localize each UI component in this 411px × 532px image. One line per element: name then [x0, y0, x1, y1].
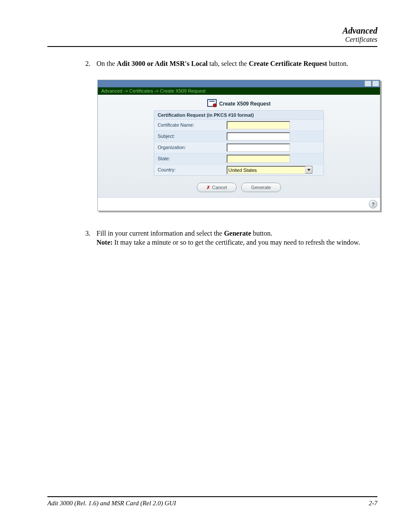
step-2-bold-2: Create Certificate Request: [249, 60, 327, 67]
row-subject: Subject:: [154, 131, 324, 142]
step-3-number: 3.: [85, 229, 90, 238]
step-3: 3. Fill in your current information and …: [85, 229, 377, 247]
step-2: 2. On the Adit 3000 or Adit MSR's Local …: [85, 59, 377, 68]
form-panel: Certification Request (in PKCS #10 forma…: [154, 110, 324, 176]
input-state[interactable]: [227, 155, 290, 163]
form-caption: Certification Request (in PKCS #10 forma…: [154, 111, 324, 120]
step-2-text-mid: tab, select the: [208, 60, 249, 67]
close-icon: ✗: [206, 185, 210, 190]
step-3-note-label: Note:: [97, 239, 112, 246]
footer-bar: ?: [98, 197, 380, 211]
help-button[interactable]: ?: [369, 200, 377, 208]
window-icon-1[interactable]: [364, 81, 371, 87]
step-2-text-pre: On the: [97, 60, 117, 67]
step-3-note-text: It may take a minute or so to get the ce…: [112, 239, 360, 246]
input-subject[interactable]: [227, 132, 290, 140]
step-2-bold-1: Adit 3000 or Adit MSR's Local: [117, 60, 208, 67]
screenshot-create-x509-request: Advanced -> Certificates -> Create X509 …: [97, 80, 380, 212]
generate-button[interactable]: Generate: [241, 183, 281, 192]
step-3-line1-pre: Fill in your current information and sel…: [97, 230, 224, 237]
footer-row: Adit 3000 (Rel. 1.6) and MSR Card (Rel 2…: [47, 500, 377, 507]
row-state: State:: [154, 153, 324, 165]
label-state: State:: [158, 156, 227, 161]
footer-doc-title: Adit 3000 (Rel. 1.6) and MSR Card (Rel 2…: [47, 500, 176, 507]
label-subject: Subject:: [158, 134, 227, 139]
step-3-line1-post: button.: [251, 230, 272, 237]
label-organization: Organization:: [158, 145, 227, 150]
cancel-button[interactable]: ✗Cancel: [197, 183, 237, 192]
breadcrumb: Advanced -> Certificates -> Create X509 …: [98, 87, 380, 95]
document-page: Advanced Certificates 2. On the Adit 300…: [0, 0, 411, 532]
footer-rule: [47, 496, 377, 497]
form-heading-text: Create X509 Request: [219, 101, 271, 107]
window-control-icons: [364, 81, 379, 87]
select-country[interactable]: [227, 166, 305, 174]
footer-page-number: 2-7: [369, 500, 377, 507]
window-titlebar: [98, 80, 380, 87]
help-icon: ?: [371, 202, 374, 208]
chevron-down-icon[interactable]: [305, 166, 312, 174]
button-bar: ✗Cancel Generate: [98, 176, 380, 194]
generate-button-label: Generate: [251, 185, 271, 190]
input-organization[interactable]: [227, 143, 290, 152]
row-organization: Organization:: [154, 142, 324, 153]
row-country: Country:: [154, 165, 324, 175]
cancel-button-label: Cancel: [212, 185, 227, 190]
input-certificate-name[interactable]: [227, 121, 290, 129]
header-section-title: Advanced: [47, 26, 377, 35]
page-body: 2. On the Adit 3000 or Adit MSR's Local …: [85, 59, 377, 253]
step-2-number: 2.: [85, 59, 90, 68]
header-section-subtitle: Certificates: [47, 35, 377, 44]
label-country: Country:: [158, 167, 227, 172]
label-certificate-name: Certificate Name:: [158, 122, 227, 128]
window-icon-2[interactable]: [372, 81, 379, 87]
certificate-icon: [207, 99, 217, 107]
screenshot-content: Create X509 Request Certification Reques…: [98, 95, 380, 198]
form-heading: Create X509 Request: [98, 95, 380, 110]
step-3-line1-bold: Generate: [224, 230, 251, 237]
page-header: Advanced Certificates: [47, 26, 377, 50]
row-certificate-name: Certificate Name:: [154, 120, 324, 131]
page-footer: Adit 3000 (Rel. 1.6) and MSR Card (Rel 2…: [47, 496, 377, 507]
header-rule: [47, 46, 377, 47]
step-2-text-post: button.: [327, 60, 348, 67]
